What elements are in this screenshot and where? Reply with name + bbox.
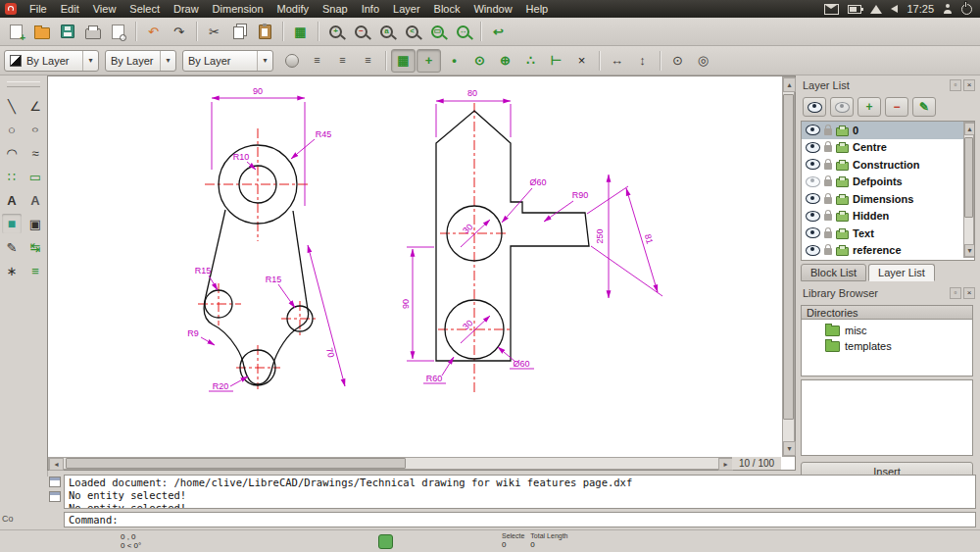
point-tool-button[interactable]: ∷ <box>1 166 23 187</box>
menu-dimension[interactable]: Dimension <box>206 1 270 17</box>
layer-lock-icon[interactable] <box>824 163 832 170</box>
library-float-button[interactable]: ▫ <box>950 287 961 299</box>
layer-print-icon[interactable] <box>836 162 849 171</box>
snap-grid-button[interactable]: ▦ <box>391 49 416 73</box>
layer-lock-icon[interactable] <box>824 179 832 186</box>
zoom-pan-button[interactable]: ↔ <box>451 20 475 43</box>
menu-block[interactable]: Block <box>427 1 467 17</box>
menu-draw[interactable]: Draw <box>167 1 206 17</box>
status-indicator-icon[interactable] <box>378 534 393 549</box>
previous-view-button[interactable]: ↩ <box>486 20 511 43</box>
battery-indicator-icon[interactable] <box>848 5 861 14</box>
draft-mode-button[interactable]: ▦ <box>288 20 313 43</box>
line-tool-button[interactable]: ╲ <box>1 95 23 117</box>
toolbox-drag-handle[interactable] <box>7 81 40 87</box>
circle-tool-button[interactable]: ○ <box>1 119 23 140</box>
layer-visible-icon[interactable] <box>806 227 820 238</box>
layer-lock-icon[interactable] <box>824 145 832 152</box>
save-file-button[interactable] <box>55 20 79 43</box>
tree-item-misc[interactable]: misc <box>802 323 972 338</box>
text-tool-button[interactable]: A <box>1 189 23 211</box>
arc-tool-button[interactable]: ◠ <box>1 142 23 164</box>
hatch-tool-button[interactable]: ■ <box>1 213 23 234</box>
layer-visible-icon[interactable] <box>806 211 820 222</box>
add-layer-button[interactable]: + <box>858 97 881 117</box>
tree-item-templates[interactable]: templates <box>802 338 972 354</box>
tab-layer-list[interactable]: Layer List <box>868 264 935 281</box>
order-up-button[interactable]: ≡ <box>330 49 355 73</box>
menu-file[interactable]: File <box>23 1 54 17</box>
clock[interactable]: 17:25 <box>906 3 934 15</box>
ellipse-tool-button[interactable]: ○ <box>24 119 46 140</box>
show-all-layers-button[interactable] <box>803 97 826 117</box>
command-history[interactable]: Loaded document: /home/clive/LibreCAD/Dr… <box>64 475 976 509</box>
pen-color-select[interactable]: By Layer ▾ <box>4 50 99 72</box>
print-preview-button[interactable] <box>106 20 130 43</box>
image-tool-button[interactable]: ▣ <box>24 213 46 234</box>
lock-relative-zero-button[interactable]: ⊙ <box>665 49 690 73</box>
layer-row[interactable]: Text <box>802 225 974 242</box>
snap-center-button[interactable]: ⊕ <box>493 49 517 73</box>
layer-print-icon[interactable] <box>836 213 849 222</box>
order-top-button[interactable]: ≡ <box>305 49 329 73</box>
order-down-button[interactable]: ≡ <box>356 49 380 73</box>
console-menu-button[interactable] <box>49 491 61 502</box>
network-indicator-icon[interactable] <box>870 5 882 14</box>
scroll-up-icon[interactable]: ▴ <box>964 123 975 135</box>
layer-row[interactable]: Construction <box>802 156 974 174</box>
snap-free-button[interactable]: + <box>416 49 441 73</box>
pen-linetype-select[interactable]: By Layer ▾ <box>182 50 273 72</box>
canvas-horizontal-scrollbar[interactable]: ◂ ▸ <box>48 457 734 470</box>
menu-help[interactable]: Help <box>519 1 556 17</box>
explode-tool-button[interactable]: ∗ <box>1 260 23 281</box>
paste-button[interactable] <box>253 20 277 43</box>
menu-window[interactable]: Window <box>466 1 518 17</box>
polyline-tool-button[interactable]: ∠ <box>24 95 46 117</box>
layer-row[interactable]: Hidden <box>802 208 974 226</box>
layer-visible-icon[interactable] <box>806 245 820 256</box>
layer-row[interactable]: 0 <box>802 122 974 139</box>
mail-indicator-icon[interactable] <box>824 4 839 15</box>
layer-visible-icon[interactable] <box>806 176 820 187</box>
snap-off-button[interactable]: × <box>569 49 594 73</box>
scroll-down-icon[interactable]: ▾ <box>783 441 796 456</box>
set-relative-zero-button[interactable]: ◎ <box>691 49 715 73</box>
console-float-button[interactable] <box>49 477 61 487</box>
menu-layer[interactable]: Layer <box>386 1 427 17</box>
remove-layer-button[interactable]: − <box>885 97 908 117</box>
layer-list-float-button[interactable]: ▫ <box>950 79 961 91</box>
new-file-button[interactable]: + <box>4 20 28 43</box>
hide-all-layers-button[interactable] <box>830 97 854 117</box>
order-tool-button[interactable]: ≡ <box>24 260 46 281</box>
layer-row[interactable]: Dimensions <box>802 190 974 208</box>
layer-lock-icon[interactable] <box>824 231 832 238</box>
spline-tool-button[interactable]: ≈ <box>24 142 46 164</box>
pen-width-select[interactable]: By Layer ▾ <box>105 50 176 72</box>
layer-row[interactable]: Centre <box>802 139 974 157</box>
layer-list-close-button[interactable]: × <box>963 79 975 91</box>
pen-attributes-button[interactable] <box>279 49 304 73</box>
scroll-down-icon[interactable]: ▾ <box>964 244 975 257</box>
menu-snap[interactable]: Snap <box>316 1 355 17</box>
restrict-vertical-button[interactable]: ↕ <box>630 49 655 73</box>
command-input[interactable]: Command: <box>64 512 976 527</box>
canvas-vertical-scrollbar[interactable]: ▴ ▾ <box>782 76 795 457</box>
vscroll-thumb[interactable] <box>783 94 794 420</box>
mtext-tool-button[interactable]: A <box>24 189 46 211</box>
layer-print-icon[interactable] <box>836 178 849 187</box>
scroll-up-icon[interactable]: ▴ <box>783 77 796 92</box>
zoom-out-button[interactable]: − <box>349 20 373 43</box>
layer-visible-icon[interactable] <box>806 125 820 135</box>
open-file-button[interactable] <box>29 20 54 43</box>
menu-edit[interactable]: Edit <box>54 1 86 17</box>
layer-lock-icon[interactable] <box>824 214 832 221</box>
select-tool-button[interactable]: ▭ <box>24 166 46 187</box>
layer-print-icon[interactable] <box>836 247 849 256</box>
snap-middle-button[interactable]: ∴ <box>518 49 543 73</box>
snap-entity-button[interactable]: ⊙ <box>467 49 492 73</box>
measure-tool-button[interactable]: ↹ <box>24 236 46 258</box>
tab-block-list[interactable]: Block List <box>801 264 866 281</box>
zoom-in-button[interactable]: + <box>323 20 348 43</box>
scroll-right-icon[interactable]: ▸ <box>718 458 733 471</box>
layer-lock-icon[interactable] <box>824 128 832 135</box>
